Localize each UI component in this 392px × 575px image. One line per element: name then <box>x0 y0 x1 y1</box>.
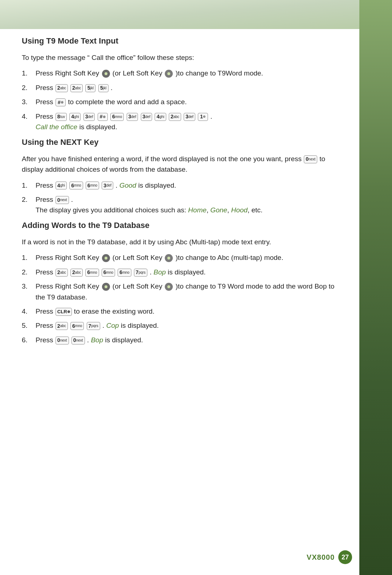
section-t9mode: Using T9 Mode Text Input To type the mes… <box>22 36 338 132</box>
home-text: Home <box>188 206 207 214</box>
page-number-circle: 27 <box>338 550 352 564</box>
t9mode-step-4: 4. Press 8tuv 4ghi 3def #⊕ 6mno 3def 3de… <box>22 111 338 132</box>
section-nextkey: Using the NEXT Key After you have finish… <box>22 138 338 216</box>
key-0next-step2: 0next <box>56 196 69 204</box>
key-4ghi-1: 4ghi <box>69 113 81 121</box>
key-hash-space: #⊕ <box>56 98 66 106</box>
good-text: Good <box>119 182 136 189</box>
section-addwords: Adding Words to the T9 Database If a wor… <box>22 221 338 346</box>
nextkey-step-1: 1. Press 4ghi 6mno 6mno 3def . Good is d… <box>22 180 338 191</box>
key-0next-add2: 0next <box>72 337 85 344</box>
key-hash-space-2: #⊕ <box>98 113 108 121</box>
key-4ghi-next1: 4ghi <box>56 182 67 189</box>
section-addwords-intro: If a word is not in the T9 database, add… <box>22 237 338 247</box>
right-softkey-icon-1 <box>102 70 110 78</box>
key-2abc-1: 2abc <box>56 84 68 92</box>
section-t9mode-title: Using T9 Mode Text Input <box>22 36 338 46</box>
key-8tuv: 8tuv <box>56 113 67 121</box>
key-clr: CLR⊕ <box>56 308 72 316</box>
bop-text-2: Bop <box>91 336 103 344</box>
section-addwords-title: Adding Words to the T9 Database <box>22 221 338 230</box>
addwords-steps: 1. Press Right Soft Key (or Left Soft Ke… <box>22 252 338 345</box>
addwords-step-4: 4. Press CLR⊕ to erase the existing word… <box>22 306 338 317</box>
addwords-step-3: 3. Press Right Soft Key (or Left Soft Ke… <box>22 281 338 302</box>
key-6mno-next1: 6mno <box>69 182 83 189</box>
t9mode-step-2: 2. Press 2abc 2abc 5jkl 5jkl . <box>22 82 338 93</box>
key-6mno-add2: 6mno <box>102 269 115 277</box>
bop-text-1: Bop <box>154 268 166 276</box>
section-nextkey-intro: After you have finished entering a word,… <box>22 154 338 175</box>
t9mode-steps: 1. Press Right Soft Key (or Left Soft Ke… <box>22 68 338 132</box>
footer: VX8000 27 <box>307 550 352 564</box>
key-3def-1: 3def <box>83 113 95 121</box>
nextkey-steps: 1. Press 4ghi 6mno 6mno 3def . Good is d… <box>22 180 338 216</box>
key-5jkl-1: 5jkl <box>85 84 95 92</box>
right-softkey-icon-add1 <box>102 254 110 262</box>
section-t9mode-intro: To type the message “ Call the office” f… <box>22 52 338 63</box>
hood-text: Hood <box>231 206 248 214</box>
page: Using T9 Mode Text Input To type the mes… <box>0 0 392 575</box>
t9mode-step-1: 1. Press Right Soft Key (or Left Soft Ke… <box>22 68 338 78</box>
left-softkey-icon-1 <box>165 70 173 78</box>
key-3def-4: 3def <box>184 113 195 121</box>
key-0next-add1: 0next <box>56 337 69 344</box>
content-area: Using T9 Mode Text Input To type the mes… <box>0 0 359 372</box>
key-6mno-add4: 6mno <box>70 322 84 330</box>
t9mode-step-3: 3. Press #⊕ to complete the word and add… <box>22 97 338 107</box>
section-nextkey-title: Using the NEXT Key <box>22 138 338 147</box>
key-2abc-add1: 2abc <box>56 269 68 277</box>
left-softkey-icon-add2 <box>165 283 173 291</box>
key-6mno-1: 6mno <box>110 113 124 121</box>
addwords-step-5: 5. Press 2abc 6mno 7pqrs . Cop is displa… <box>22 320 338 331</box>
right-sidebar-decoration <box>359 0 392 575</box>
key-2abc-2: 2abc <box>70 84 83 92</box>
right-softkey-icon-add2 <box>102 283 110 291</box>
call-the-office-text: Call the office <box>36 123 77 131</box>
cop-text: Cop <box>106 322 119 329</box>
addwords-step-2: 2. Press 2abc 2abc 6mno 6mno 6mno 7pqrs … <box>22 267 338 277</box>
key-7pqrs-add2: 7pqrs <box>87 322 100 330</box>
key-3def-next1: 3def <box>102 182 113 189</box>
key-2abc-add2: 2abc <box>70 269 83 277</box>
key-0next-intro: 0next <box>304 155 317 163</box>
nextkey-step-2: 2. Press 0next . The display gives you a… <box>22 194 338 216</box>
model-label: VX8000 <box>307 553 335 562</box>
key-2abc-add3: 2abc <box>56 322 68 330</box>
key-5jkl-2: 5jkl <box>98 84 109 92</box>
left-softkey-icon-add1 <box>165 254 173 262</box>
key-6mno-add1: 6mno <box>85 269 99 277</box>
key-3def-2: 3def <box>127 113 138 121</box>
key-7pqrs-add1: 7pqrs <box>134 269 147 277</box>
gone-text: Gone <box>211 206 227 214</box>
key-6mno-add3: 6mno <box>118 269 131 277</box>
key-4ghi-2: 4ghi <box>155 113 166 121</box>
addwords-step-6: 6. Press 0next 0next . Bop is displayed. <box>22 335 338 345</box>
key-3def-3: 3def <box>141 113 152 121</box>
addwords-step-1: 1. Press Right Soft Key (or Left Soft Ke… <box>22 252 338 263</box>
key-1: 1⊕ <box>198 113 208 121</box>
key-2abc-3: 2abc <box>169 113 181 121</box>
page-number: 27 <box>342 554 349 561</box>
key-6mno-next2: 6mno <box>86 182 99 189</box>
